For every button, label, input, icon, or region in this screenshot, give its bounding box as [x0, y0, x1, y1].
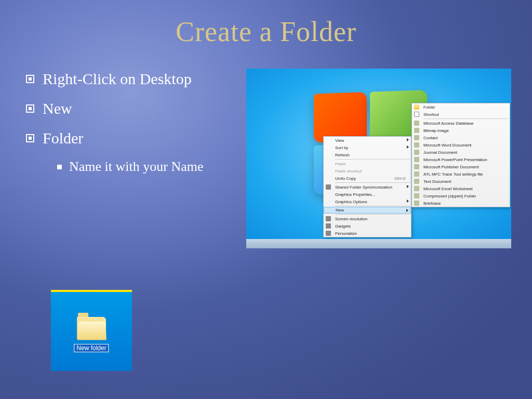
menu-label: Text Document: [423, 179, 451, 184]
menu-separator: [335, 159, 410, 159]
menu-label: Graphics Properties...: [335, 192, 375, 197]
bitmap-icon: [414, 128, 419, 133]
menu-item-screen-resolution[interactable]: Screen resolution: [324, 215, 411, 222]
bullet-item-3: Folder: [26, 128, 231, 148]
menu-item-paste-shortcut: Paste shortcut: [324, 167, 411, 175]
menu-item-new[interactable]: New: [324, 207, 411, 214]
submenu-item-contact[interactable]: Contact: [412, 134, 510, 141]
personalize-icon: [326, 231, 331, 236]
menu-item-undo-copy[interactable]: Undo CopyCtrl+Z: [324, 175, 411, 182]
menu-label: New: [336, 208, 344, 212]
menu-separator: [335, 214, 410, 215]
menu-item-shared-folder-sync[interactable]: Shared Folder Synchronization: [324, 183, 411, 191]
content-area: Right-Click on Desktop New Folder Name i…: [0, 48, 532, 248]
menu-separator: [423, 118, 509, 119]
sub-bullet-marker-icon: [57, 165, 62, 169]
submenu-item-publisher[interactable]: Microsoft Publisher Document: [412, 163, 510, 170]
menu-label: Graphics Options: [335, 200, 367, 204]
bullet-item-1: Right-Click on Desktop: [26, 69, 231, 89]
menu-label: Shared Folder Synchronization: [335, 185, 392, 190]
menu-label: Microsoft Word Document: [423, 143, 471, 148]
submenu-arrow-icon: [407, 200, 409, 203]
submenu-item-folder[interactable]: Folder: [412, 103, 510, 111]
monitor-icon: [326, 216, 331, 221]
menu-label: Bitmap image: [423, 128, 449, 133]
menu-shortcut: Ctrl+Z: [394, 176, 406, 181]
menu-item-paste: Paste: [324, 160, 411, 167]
bullet-marker-icon: [26, 134, 34, 142]
submenu-item-access[interactable]: Microsoft Access Database: [412, 119, 510, 127]
menu-label: Microsoft PowerPoint Presentation: [423, 157, 487, 162]
bullet-marker-icon: [26, 75, 34, 83]
submenu-arrow-icon: [407, 138, 409, 141]
menu-separator: [335, 182, 410, 183]
menu-label: Contact: [423, 136, 438, 140]
menu-label: Personalize: [335, 231, 357, 236]
submenu-item-text[interactable]: Text Document: [412, 178, 510, 185]
journal-icon: [414, 150, 419, 155]
bullet-column: Right-Click on Desktop New Folder Name i…: [26, 69, 231, 248]
submenu-item-bitmap[interactable]: Bitmap image: [412, 127, 510, 134]
zip-icon: [414, 193, 419, 198]
submenu-item-journal[interactable]: Journal Document: [412, 149, 510, 156]
menu-item-personalize[interactable]: Personalize: [324, 230, 411, 237]
menu-item-graphics-options[interactable]: Graphics Options: [324, 198, 411, 205]
access-icon: [414, 121, 419, 126]
slide-title: Create a Folder: [0, 0, 532, 48]
menu-label: Microsoft Excel Worksheet: [423, 187, 473, 191]
submenu-item-word[interactable]: Microsoft Word Document: [412, 141, 510, 149]
bullet-text: Right-Click on Desktop: [43, 69, 192, 89]
menu-label: Paste shortcut: [335, 169, 362, 174]
menu-label: Paste: [335, 162, 345, 166]
shortcut-icon: [414, 112, 419, 117]
folder-icon[interactable]: [77, 317, 106, 340]
excel-icon: [414, 186, 419, 191]
menu-item-gadgets[interactable]: Gadgets: [324, 222, 411, 230]
desktop-screenshot: View Sort by Refresh Paste Paste shortcu…: [246, 69, 511, 248]
menu-label: Compressed (zipped) Folder: [423, 194, 476, 198]
menu-item-sort-by[interactable]: Sort by: [324, 144, 411, 151]
menu-label: Microsoft Publisher Document: [423, 165, 479, 169]
gadgets-icon: [326, 223, 331, 229]
submenu-item-briefcase[interactable]: Briefcase: [412, 200, 510, 207]
submenu-arrow-icon: [406, 209, 408, 212]
menu-label: ATL MFC Trace Tool settings file: [423, 172, 483, 177]
submenu-arrow-icon: [407, 185, 409, 188]
bullet-text: Folder: [43, 128, 83, 148]
sub-bullet-text: Name it with your Name: [69, 157, 204, 176]
sync-icon: [326, 184, 331, 190]
menu-item-graphics-properties[interactable]: Graphics Properties...: [324, 191, 411, 198]
menu-separator: [335, 206, 410, 206]
submenu-item-excel[interactable]: Microsoft Excel Worksheet: [412, 185, 510, 192]
menu-label: Microsoft Access Database: [423, 121, 473, 126]
submenu-arrow-icon: [407, 145, 409, 149]
folder-icon: [414, 104, 419, 110]
bullet-marker-icon: [26, 104, 34, 113]
menu-label: Refresh: [335, 153, 350, 157]
new-folder-inset: New folder: [51, 290, 132, 371]
new-submenu[interactable]: Folder Shortcut Microsoft Access Databas…: [411, 103, 510, 207]
folder-name-input[interactable]: New folder: [74, 344, 109, 352]
screenshot-column: View Sort by Refresh Paste Paste shortcu…: [246, 69, 511, 248]
menu-item-refresh[interactable]: Refresh: [324, 151, 411, 158]
submenu-item-atl-mfc[interactable]: ATL MFC Trace Tool settings file: [412, 170, 510, 178]
desktop-context-menu[interactable]: View Sort by Refresh Paste Paste shortcu…: [323, 136, 411, 237]
text-icon: [414, 179, 419, 184]
menu-label: Shortcut: [423, 112, 439, 117]
menu-label: Screen resolution: [335, 217, 367, 221]
submenu-item-shortcut[interactable]: Shortcut: [412, 111, 510, 118]
briefcase-icon: [414, 201, 419, 206]
menu-label: Gadgets: [335, 224, 351, 229]
word-icon: [414, 142, 419, 148]
submenu-item-powerpoint[interactable]: Microsoft PowerPoint Presentation: [412, 156, 510, 163]
bullet-list: Right-Click on Desktop New Folder Name i…: [26, 69, 231, 176]
menu-item-view[interactable]: View: [324, 137, 411, 144]
bullet-item-2: New: [26, 98, 231, 118]
submenu-item-zip[interactable]: Compressed (zipped) Folder: [412, 192, 510, 200]
contact-icon: [414, 135, 419, 140]
menu-label: Briefcase: [423, 201, 441, 206]
powerpoint-icon: [414, 157, 419, 162]
menu-label: View: [335, 138, 344, 143]
publisher-icon: [414, 164, 419, 169]
menu-label: Undo Copy: [335, 176, 356, 181]
